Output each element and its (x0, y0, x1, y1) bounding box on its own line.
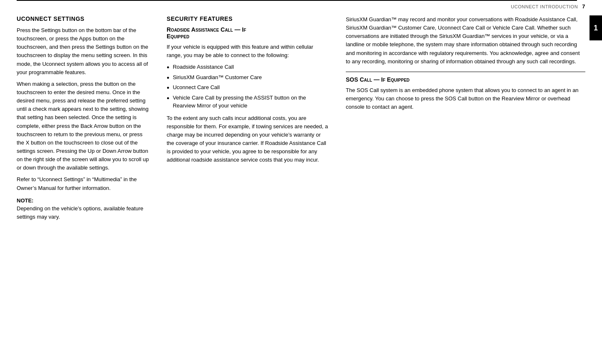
mid-subsection-title: Roadside Assistance Call — If Equipped (167, 26, 329, 40)
header-bar: UCONNECT INTRODUCTION 7 (0, 1, 602, 11)
left-para-1: Press the Settings button on the bottom … (17, 26, 150, 77)
mid-column: SECURITY FEATURES Roadside Assistance Ca… (158, 15, 337, 224)
right-body-para: The SOS Call system is an embedded phone… (346, 86, 585, 111)
left-column: UCONNECT SETTINGS Press the Settings but… (0, 15, 158, 224)
header-section-label: UCONNECT INTRODUCTION (511, 4, 578, 9)
right-subsection-title: SOS Call — If Equipped (346, 76, 585, 83)
bullet-item-3: Uconnect Care Call (167, 83, 329, 92)
bullet-item-4: Vehicle Care Call by pressing the ASSIST… (167, 94, 329, 110)
note-label: NOTE: (17, 197, 150, 204)
bullet-item-1: Roadside Assistance Call (167, 63, 329, 71)
bullet-item-2: SiriusXM Guardian™ Customer Care (167, 73, 329, 82)
header-page-number: 7 (582, 3, 585, 10)
subsection-title-line1: Roadside Assistance Call — If (167, 26, 246, 33)
page-tab: 1 (590, 15, 602, 40)
mid-section-title: SECURITY FEATURES (167, 15, 329, 22)
subsection-title-line2: Equipped (167, 33, 189, 40)
left-para-3: Refer to “Uconnect Settings” in “Multime… (17, 175, 150, 192)
content-area: UCONNECT SETTINGS Press the Settings but… (0, 11, 602, 233)
mid-intro-para: If your vehicle is equipped with this fe… (167, 43, 329, 60)
divider (346, 72, 585, 72)
right-column: SiriusXM Guardian™ may record and monito… (337, 15, 602, 224)
page: UCONNECT INTRODUCTION 7 UCONNECT SETTING… (0, 0, 602, 364)
top-rule (17, 0, 577, 1)
right-intro-para: SiriusXM Guardian™ may record and monito… (346, 15, 585, 66)
mid-body-para: To the extent any such calls incur addit… (167, 114, 329, 165)
left-section-title: UCONNECT SETTINGS (17, 15, 150, 22)
bullet-list: Roadside Assistance Call SiriusXM Guardi… (167, 63, 329, 110)
note-text: Depending on the vehicle’s options, avai… (17, 204, 150, 221)
left-para-2: When making a selection, press the butto… (17, 80, 150, 172)
